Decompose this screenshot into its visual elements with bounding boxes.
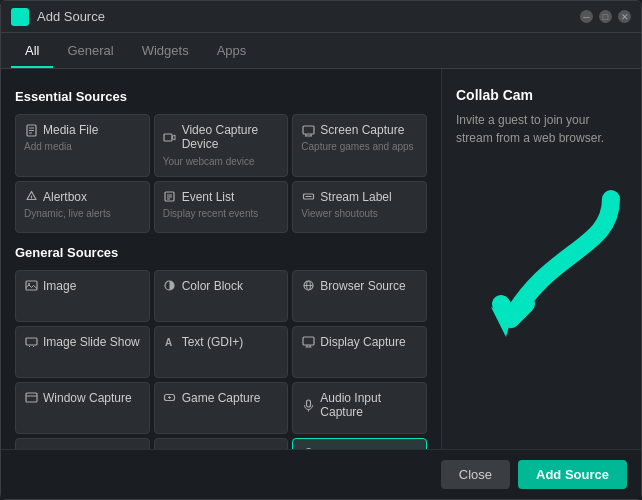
source-color-block[interactable]: Color Block xyxy=(154,270,289,322)
source-openvr[interactable]: OpenVR Capture xyxy=(154,438,289,449)
video-capture-icon xyxy=(163,130,177,144)
video-capture-desc: Your webcam device xyxy=(163,155,280,168)
tab-widgets[interactable]: Widgets xyxy=(128,33,203,68)
right-panel-desc: Invite a guest to join your stream from … xyxy=(456,111,627,147)
source-image[interactable]: Image xyxy=(15,270,150,322)
svg-text:A: A xyxy=(165,337,172,348)
window-title: Add Source xyxy=(37,9,580,24)
stream-label-icon xyxy=(301,190,315,204)
essential-sources-title: Essential Sources xyxy=(15,89,427,104)
event-list-icon xyxy=(163,190,177,204)
image-icon xyxy=(24,279,38,293)
source-audio-output[interactable]: Audio Output Capture xyxy=(15,438,150,449)
media-file-desc: Add media xyxy=(24,140,141,153)
game-capture-name: Game Capture xyxy=(182,391,261,405)
source-alertbox[interactable]: Alertbox Dynamic, live alerts xyxy=(15,181,150,233)
video-capture-name: Video Capture Device xyxy=(182,123,280,152)
alertbox-icon xyxy=(24,190,38,204)
game-capture-icon xyxy=(163,391,177,405)
tab-apps[interactable]: Apps xyxy=(203,33,261,68)
general-sources-title: General Sources xyxy=(15,245,427,260)
window-capture-name: Window Capture xyxy=(43,391,132,405)
media-file-icon xyxy=(24,123,38,137)
source-audio-input[interactable]: Audio Input Capture xyxy=(292,382,427,434)
source-image-slideshow[interactable]: Image Slide Show xyxy=(15,326,150,378)
stream-label-desc: Viewer shoutouts xyxy=(301,207,418,220)
add-source-window: Add Source ─ □ ✕ All General Widgets App… xyxy=(0,0,642,500)
footer: Close Add Source xyxy=(1,449,641,499)
svg-rect-27 xyxy=(303,337,314,345)
event-list-name: Event List xyxy=(182,190,235,204)
close-button[interactable]: Close xyxy=(441,460,510,489)
svg-rect-36 xyxy=(306,400,310,407)
source-screen-capture[interactable]: Screen Capture Capture games and apps xyxy=(292,114,427,177)
image-slideshow-icon xyxy=(24,335,38,349)
source-collab-cam[interactable]: Collab Cam xyxy=(292,438,427,449)
audio-input-name: Audio Input Capture xyxy=(320,391,418,420)
browser-source-icon xyxy=(301,279,315,293)
window-controls: ─ □ ✕ xyxy=(580,10,631,23)
alertbox-desc: Dynamic, live alerts xyxy=(24,207,141,220)
titlebar: Add Source ─ □ ✕ xyxy=(1,1,641,33)
source-event-list[interactable]: Event List Display recent events xyxy=(154,181,289,233)
alertbox-name: Alertbox xyxy=(43,190,87,204)
color-block-name: Color Block xyxy=(182,279,243,293)
image-slideshow-name: Image Slide Show xyxy=(43,335,140,349)
media-file-name: Media File xyxy=(43,123,98,137)
audio-input-icon xyxy=(301,398,315,412)
maximize-button[interactable]: □ xyxy=(599,10,612,23)
browser-source-name: Browser Source xyxy=(320,279,405,293)
close-window-button[interactable]: ✕ xyxy=(618,10,631,23)
tabs-bar: All General Widgets Apps xyxy=(1,33,641,69)
right-panel-title: Collab Cam xyxy=(456,87,627,103)
svg-point-10 xyxy=(31,199,32,200)
screen-capture-name: Screen Capture xyxy=(320,123,404,137)
window-capture-icon xyxy=(24,391,38,405)
source-media-file[interactable]: Media File Add media xyxy=(15,114,150,177)
screen-capture-icon xyxy=(301,123,315,137)
tab-all[interactable]: All xyxy=(11,33,53,68)
essential-sources-grid: Media File Add media Video Capture Devic… xyxy=(15,114,427,233)
display-capture-name: Display Capture xyxy=(320,335,405,349)
general-sources-grid: Image Color Block xyxy=(15,270,427,449)
source-text-gdi[interactable]: A Text (GDI+) xyxy=(154,326,289,378)
app-icon xyxy=(11,8,29,26)
svg-rect-23 xyxy=(26,338,37,345)
text-gdi-icon: A xyxy=(163,335,177,349)
event-list-desc: Display recent events xyxy=(163,207,280,220)
source-game-capture[interactable]: Game Capture xyxy=(154,382,289,434)
color-block-icon xyxy=(163,279,177,293)
source-display-capture[interactable]: Display Capture xyxy=(292,326,427,378)
arrow-indicator xyxy=(471,189,631,369)
image-name: Image xyxy=(43,279,76,293)
source-video-capture[interactable]: Video Capture Device Your webcam device xyxy=(154,114,289,177)
right-panel: Collab Cam Invite a guest to join your s… xyxy=(441,69,641,449)
svg-rect-31 xyxy=(26,393,37,402)
svg-rect-4 xyxy=(164,134,172,141)
minimize-button[interactable]: ─ xyxy=(580,10,593,23)
source-window-capture[interactable]: Window Capture xyxy=(15,382,150,434)
text-gdi-name: Text (GDI+) xyxy=(182,335,244,349)
source-stream-label[interactable]: Stream Label Viewer shoutouts xyxy=(292,181,427,233)
stream-label-name: Stream Label xyxy=(320,190,391,204)
display-capture-icon xyxy=(301,335,315,349)
add-source-button[interactable]: Add Source xyxy=(518,460,627,489)
tab-general[interactable]: General xyxy=(53,33,127,68)
source-browser-source[interactable]: Browser Source xyxy=(292,270,427,322)
screen-capture-desc: Capture games and apps xyxy=(301,140,418,153)
left-panel: Essential Sources Media File Add media xyxy=(1,69,441,449)
svg-rect-5 xyxy=(303,126,314,134)
content-area: Essential Sources Media File Add media xyxy=(1,69,641,449)
